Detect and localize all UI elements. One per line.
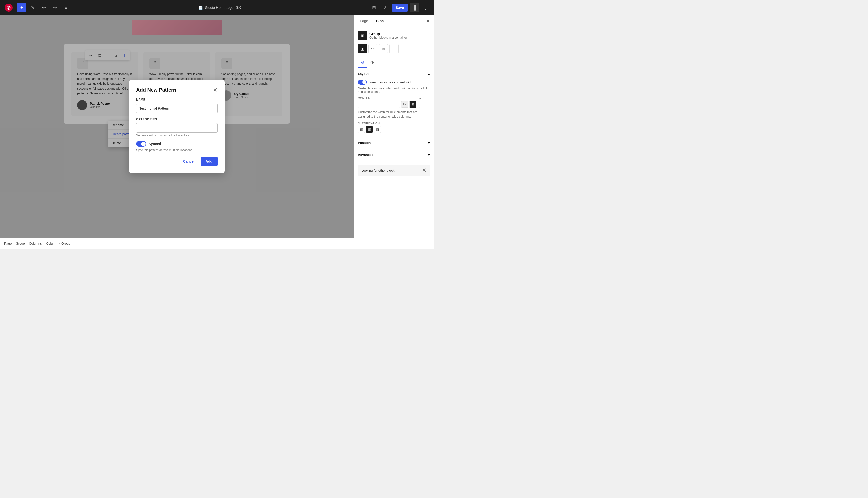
- inner-blocks-toggle-row: Inner blocks use content width: [358, 80, 430, 85]
- breadcrumb-columns[interactable]: Columns: [29, 242, 42, 246]
- add-pattern-modal: Add New Pattern ✕ NAME CATEGORIES Separa…: [129, 80, 225, 173]
- breadcrumb-sep: ›: [26, 242, 27, 246]
- add-button[interactable]: +: [17, 3, 26, 12]
- layout-section-header[interactable]: Layout: [354, 68, 434, 80]
- cancel-button[interactable]: Cancel: [180, 157, 197, 165]
- categories-hint: Separate with commas or the Enter key.: [136, 134, 217, 137]
- pattern-name-input[interactable]: [136, 104, 217, 113]
- panel-close-button[interactable]: ✕: [426, 18, 430, 24]
- redo-button[interactable]: ↪: [50, 3, 59, 12]
- logo-icon: ◎: [4, 3, 13, 12]
- layout-icons: ▣ ⊷ ⊞ ⊟: [354, 44, 434, 57]
- layout-full-icon[interactable]: ⊟: [390, 44, 398, 53]
- tab-page[interactable]: Page: [358, 16, 370, 26]
- content-width-input[interactable]: [358, 101, 400, 108]
- advanced-section-header[interactable]: Advanced: [354, 149, 434, 160]
- layout-section-content: Inner blocks use content width Nested bl…: [354, 80, 434, 137]
- block-info: ⊞ Group Gather blocks in a container.: [354, 27, 434, 44]
- toolbar-right: ⊞ ↗ Save ▐ ⋮: [369, 3, 430, 12]
- block-details: Group Gather blocks in a container.: [369, 32, 408, 39]
- edit-button[interactable]: ✎: [28, 3, 37, 12]
- block-icon: ⊞: [358, 31, 367, 40]
- looking-for-close[interactable]: ✕: [422, 168, 426, 173]
- breadcrumb-column[interactable]: Column: [46, 242, 57, 246]
- doc-icon: 📄: [199, 5, 203, 10]
- toolbar-center: 📄 Studio Homepage ⌘K: [73, 5, 367, 10]
- more-options-button[interactable]: ⋮: [421, 3, 430, 12]
- synced-label: Synced: [149, 142, 161, 146]
- logo: ◎: [4, 3, 13, 12]
- inner-blocks-toggle[interactable]: [358, 80, 367, 85]
- settings-panel-button[interactable]: ▐: [410, 3, 419, 12]
- save-button[interactable]: Save: [392, 3, 408, 12]
- toolbar: ◎ + ✎ ↩ ↪ ≡ 📄 Studio Homepage ⌘K ⊞ ↗ Sav…: [0, 0, 434, 15]
- block-desc: Gather blocks in a container.: [369, 36, 408, 39]
- modal-title: Add New Pattern: [136, 87, 176, 93]
- style-tab[interactable]: ◑: [367, 57, 377, 68]
- layout-grid-icon[interactable]: ⊞: [379, 44, 388, 53]
- add-icon: +: [21, 5, 23, 10]
- justification-buttons: ◧ ◫ ◨: [358, 126, 430, 133]
- width-desc: Customize the width for all elements tha…: [358, 110, 430, 119]
- modal-header: Add New Pattern ✕: [136, 87, 217, 93]
- panel-icon-tabs: ⚙ ◑: [354, 57, 434, 68]
- categories-input[interactable]: [136, 123, 217, 133]
- content-align-btn[interactable]: ⊟: [409, 101, 417, 108]
- panel-tabs: Page Block ✕: [354, 15, 434, 27]
- external-link-button[interactable]: ↗: [381, 3, 390, 12]
- undo-button[interactable]: ↩: [39, 3, 48, 12]
- content-col: CONTENT PX ⊟: [358, 97, 417, 108]
- justify-right-btn[interactable]: ◨: [374, 126, 381, 133]
- justification-label: JUSTIFICATION: [358, 122, 430, 125]
- content-label: CONTENT: [358, 97, 417, 100]
- layout-row-icon[interactable]: ⊷: [368, 44, 378, 53]
- categories-label: CATEGORIES: [136, 118, 217, 121]
- modal-close-button[interactable]: ✕: [213, 88, 217, 93]
- breadcrumb-sep: ›: [43, 242, 44, 246]
- wide-width-input[interactable]: [419, 101, 434, 108]
- wide-col: WIDE PX ⊟: [419, 97, 434, 108]
- layout-chevron-icon: [428, 71, 430, 76]
- synced-desc: Sync this pattern across multiple locati…: [136, 148, 217, 152]
- inner-blocks-label: Inner blocks use content width: [369, 80, 413, 84]
- name-label: NAME: [136, 98, 217, 102]
- modal-footer: Cancel Add: [136, 157, 217, 166]
- breadcrumb-group2[interactable]: Group: [61, 242, 71, 246]
- block-name: Group: [369, 32, 408, 36]
- advanced-chevron-icon: [428, 152, 430, 157]
- looking-for-block[interactable]: Looking for other block ✕: [358, 165, 430, 176]
- list-icon: ≡: [65, 5, 67, 10]
- modal-overlay: Add New Pattern ✕ NAME CATEGORIES Separa…: [0, 15, 354, 238]
- breadcrumb-sep: ›: [13, 242, 14, 246]
- nested-desc: Nested blocks use content width with opt…: [358, 87, 430, 94]
- width-inputs: CONTENT PX ⊟ WIDE PX ⊟: [358, 97, 430, 108]
- synced-toggle-row: Synced: [136, 141, 217, 147]
- justify-center-btn[interactable]: ◫: [366, 126, 373, 133]
- breadcrumb-group[interactable]: Group: [16, 242, 25, 246]
- add-button[interactable]: Add: [201, 157, 217, 166]
- justify-left-btn[interactable]: ◧: [358, 126, 365, 133]
- position-chevron-icon: [428, 141, 430, 145]
- redo-icon: ↪: [53, 5, 57, 10]
- view-toggle-button[interactable]: ⊞: [369, 3, 379, 12]
- content-field: PX ⊟: [358, 101, 417, 108]
- content-unit: PX: [401, 101, 408, 107]
- settings-tab[interactable]: ⚙: [358, 57, 367, 68]
- wide-label: WIDE: [419, 97, 434, 100]
- list-view-button[interactable]: ≡: [61, 3, 71, 12]
- shortcut-label: ⌘K: [235, 5, 241, 10]
- position-section-label: Position: [358, 141, 371, 145]
- position-section-header[interactable]: Position: [354, 137, 434, 149]
- right-panel: Page Block ✕ ⊞ Group Gather blocks in a …: [354, 15, 434, 249]
- layout-section-label: Layout: [358, 72, 369, 76]
- undo-icon: ↩: [42, 5, 46, 10]
- page-title: Studio Homepage: [205, 5, 233, 10]
- edit-icon: ✎: [31, 5, 35, 10]
- wide-field: PX ⊟: [419, 101, 434, 108]
- tab-block[interactable]: Block: [374, 16, 388, 26]
- advanced-section-label: Advanced: [358, 153, 373, 157]
- bottom-bar: Page › Group › Columns › Column › Group: [0, 238, 354, 249]
- layout-stack-icon[interactable]: ▣: [358, 44, 367, 53]
- synced-toggle[interactable]: [136, 141, 146, 147]
- breadcrumb-page[interactable]: Page: [4, 242, 12, 246]
